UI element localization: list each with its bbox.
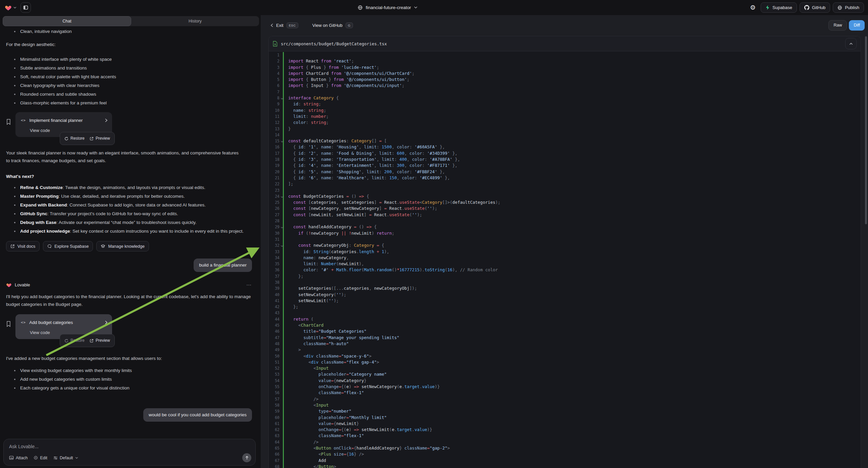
toggle-sidebar-button[interactable] <box>21 2 31 13</box>
list-item: Soft, neutral color palette with light b… <box>6 74 248 80</box>
tab-chat[interactable]: Chat <box>3 16 131 26</box>
restore-button[interactable]: Restore <box>64 337 85 345</box>
preview-button[interactable]: Preview <box>90 135 110 142</box>
design-bullet-list: Minimalist interface with plenty of whit… <box>6 56 252 106</box>
model-selector[interactable]: Default <box>53 456 78 460</box>
edit-card-add-budget-categories[interactable]: <> Add budget categories View code Resto… <box>16 314 112 339</box>
code-line: 7 <box>269 89 861 95</box>
collapse-file-button[interactable] <box>845 38 857 49</box>
list-item: Add project knowledge: Set key context o… <box>6 228 248 234</box>
visit-docs-button[interactable]: Visit docs <box>6 241 39 252</box>
raw-toggle-button[interactable]: Raw <box>829 20 847 31</box>
code-lines[interactable]: 12import React from 'react';3import { Pl… <box>269 52 861 468</box>
file-added-icon <box>273 41 277 47</box>
code-line: 8interface Category { <box>269 95 861 101</box>
code-line: 64 /> <box>269 439 861 445</box>
code-line: 33 id: String(categories.length + 1), <box>269 249 861 255</box>
lovable-heart-icon <box>5 4 12 11</box>
file-path: src/components/budget/BudgetCategories.t… <box>281 41 387 46</box>
code-line: 22]; <box>269 181 861 187</box>
code-line: 47 subtitle="Manage your spending limits… <box>269 335 861 341</box>
restore-icon <box>64 339 68 343</box>
code-line: 2import React from 'react'; <box>269 58 861 64</box>
edit-card-title: Add budget categories <box>29 319 73 326</box>
code-line: 24const BudgetCategories = () => { <box>269 194 861 199</box>
restore-button[interactable]: Restore <box>64 135 85 142</box>
code-line: 9 id: string; <box>269 101 861 107</box>
tab-history[interactable]: History <box>131 16 259 26</box>
code-scrollbar[interactable] <box>865 36 867 224</box>
external-link-icon <box>90 339 94 343</box>
code-line: 11 limit: number; <box>269 114 861 119</box>
code-line: 4import ChartCard from '@/components/ui/… <box>269 70 861 77</box>
file-diff-card: src/components/budget/BudgetCategories.t… <box>269 36 861 468</box>
publish-button[interactable]: Publish <box>833 2 864 13</box>
manage-knowledge-button[interactable]: Manage knowledge <box>96 241 149 252</box>
code-panel: Exit ESC View on GitHub G Raw Diff src/c… <box>261 15 868 468</box>
chevron-left-icon <box>271 24 273 27</box>
globe-icon <box>837 5 842 10</box>
code-line: 63 className="flex-1" <box>269 433 861 439</box>
code-line: 67 Add <box>269 458 861 464</box>
edit-mode-button[interactable]: Edit <box>34 456 47 460</box>
chevron-up-icon <box>849 42 853 45</box>
view-on-github-button[interactable]: View on GitHub G <box>312 23 353 28</box>
code-line: 32 const newCategoryObj: Category = { <box>269 242 861 248</box>
restore-preview-pill: Restore Preview <box>60 334 115 347</box>
code-line: 43 <box>269 310 861 316</box>
github-icon <box>804 5 809 10</box>
code-line: 58 <Input <box>269 402 861 408</box>
edit-card-implement-financial-planner[interactable]: <> Implement financial planner View code <box>16 112 112 137</box>
code-line: 46 title="Budget Categories" <box>269 328 861 334</box>
message-menu-button[interactable]: ⋯ <box>246 281 252 289</box>
bookmark-icon[interactable] <box>6 119 11 137</box>
feature-bullet-list: View existing budget categories with the… <box>6 368 252 391</box>
code-line: 53 placeholder="Category name" <box>269 371 861 377</box>
lovable-logo-menu[interactable] <box>5 4 17 11</box>
code-line: 30 if (!newCategory || !newLimit) return… <box>269 230 861 236</box>
code-line: 29 const handleAddCategory = () => { <box>269 224 861 230</box>
chat-message-list[interactable]: Clean, intuitive navigation For the desi… <box>6 29 252 436</box>
supabase-button[interactable]: Supabase <box>761 2 797 13</box>
chevron-down-icon <box>414 6 417 9</box>
chat-input[interactable]: Ask Lovable... Attach Edit <box>3 439 256 466</box>
lovable-heart-icon <box>6 282 12 287</box>
list-item: GitHub Sync: Transfer your project's cod… <box>6 211 248 217</box>
diff-toggle-button[interactable]: Diff <box>849 20 865 31</box>
code-line: 68 </Button> <box>269 464 861 468</box>
code-line: 42 }; <box>269 304 861 310</box>
edit-card-title: Implement financial planner <box>29 117 83 124</box>
code-line: 19 { id: '4', name: 'Entertainment', lim… <box>269 163 861 169</box>
code-line: 5import { Button } from '@/components/ui… <box>269 77 861 83</box>
code-line: 51 <div className="flex gap-4"> <box>269 359 861 365</box>
chevron-down-icon <box>75 457 78 459</box>
attach-button[interactable]: Attach <box>9 456 28 460</box>
restore-preview-pill: Restore Preview <box>60 132 115 145</box>
file-header[interactable]: src/components/budget/BudgetCategories.t… <box>269 36 861 51</box>
code-line: 14 <box>269 132 861 138</box>
code-line: 3import { Plus } from 'lucide-react'; <box>269 64 861 70</box>
code-line: 16 { id: '1', name: 'Housing', limit: 15… <box>269 144 861 150</box>
code-line: 61 value={newLimit} <box>269 421 861 427</box>
restore-icon <box>64 137 68 141</box>
bookmark-icon[interactable] <box>6 321 11 339</box>
exit-button[interactable]: Exit ESC <box>271 23 298 28</box>
list-item: Clean, intuitive navigation <box>6 29 248 35</box>
g-key-badge: G <box>346 23 353 28</box>
code-line: 60 placeholder="Monthly limit" <box>269 415 861 421</box>
code-line: 57 /> <box>269 396 861 402</box>
user-message: build a financial planner <box>194 259 252 272</box>
list-item: Subtle animations and transitions <box>6 65 248 71</box>
edit-card-row: <> Implement financial planner View code <box>6 112 252 137</box>
explore-supabase-button[interactable]: Explore Supabase <box>43 241 93 252</box>
user-message-row: would be cool if you could add budget ca… <box>6 408 252 422</box>
project-menu[interactable]: financial-future-creator <box>358 0 417 15</box>
send-button[interactable] <box>242 453 251 462</box>
settings-button[interactable]: ⚙ <box>748 2 758 13</box>
code-line: 35 limit: Number(newLimit), <box>269 261 861 267</box>
list-item: View existing budget categories with the… <box>6 368 248 374</box>
sliders-icon <box>53 456 58 460</box>
preview-button[interactable]: Preview <box>90 337 110 345</box>
chevron-right-icon <box>105 118 107 122</box>
github-button[interactable]: GitHub <box>800 2 830 13</box>
